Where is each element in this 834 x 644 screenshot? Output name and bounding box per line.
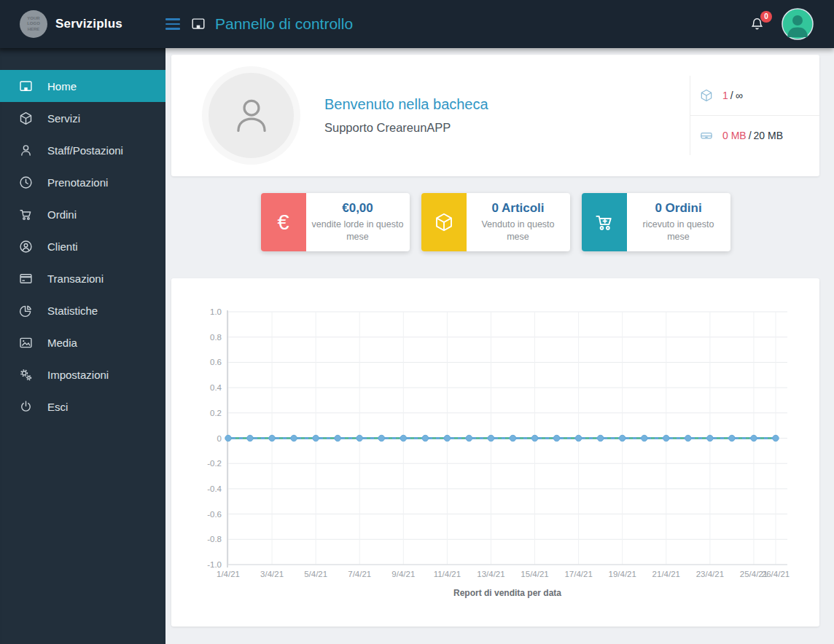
brand-logo-text: YOUR LOGO HERE	[25, 16, 42, 33]
svg-text:-0.2: -0.2	[207, 459, 222, 468]
svg-text:7/4/21: 7/4/21	[348, 570, 371, 578]
sidebar-item-transazioni[interactable]: Transazioni	[0, 262, 165, 294]
svg-text:5/4/21: 5/4/21	[304, 570, 327, 578]
sidebar-item-home[interactable]: Home	[0, 70, 165, 102]
sidebar-item-clienti[interactable]: Clienti	[0, 230, 165, 262]
page-title: Pannello di controllo	[215, 15, 353, 33]
stat-card-articles: 0 Articoli Venduto in questo mese	[421, 193, 570, 251]
gears-icon	[17, 366, 34, 382]
cube-icon-block	[421, 193, 467, 251]
person-circle-icon	[17, 238, 34, 254]
stat-orders-caption: ricevuto in questo mese	[633, 219, 725, 243]
notification-badge: 0	[760, 11, 772, 23]
sidebar-item-label: Esci	[47, 401, 68, 413]
svg-text:17/4/21: 17/4/21	[564, 570, 592, 578]
svg-text:-1.0: -1.0	[207, 560, 222, 569]
sidebar-item-label: Staff/Postazioni	[47, 144, 123, 157]
sidebar: Home Servizi Staff/Postazioni Prenotazio…	[0, 48, 165, 644]
svg-text:13/4/21: 13/4/21	[477, 570, 504, 578]
user-avatar-icon	[782, 8, 814, 40]
stat-orders-value: 0 Ordini	[655, 201, 701, 216]
cart-icon	[17, 206, 34, 222]
cube-icon	[433, 211, 455, 233]
svg-text:1/4/21: 1/4/21	[217, 570, 240, 578]
cart-plus-icon-block	[582, 193, 627, 251]
svg-text:0.6: 0.6	[210, 358, 222, 366]
svg-text:0.4: 0.4	[210, 383, 222, 392]
svg-text:23/4/21: 23/4/21	[696, 570, 724, 578]
svg-text:Report di vendita per data: Report di vendita per data	[453, 588, 561, 598]
euro-icon: €	[277, 211, 289, 235]
sidebar-item-prenotazioni[interactable]: Prenotazioni	[0, 166, 165, 198]
main-content: Benvenuto nella bacheca Supporto Creareu…	[165, 48, 834, 644]
stat-cards-row: € €0,00 vendite lorde in questo mese 0 A…	[171, 193, 819, 251]
svg-text:-0.4: -0.4	[207, 484, 222, 493]
stat-sales-value: €0,00	[342, 201, 373, 216]
svg-text:21/4/21: 21/4/21	[652, 570, 680, 578]
sidebar-item-label: Home	[47, 80, 77, 93]
sidebar-item-label: Impostazioni	[47, 369, 109, 381]
image-icon	[17, 334, 34, 350]
svg-text:26/4/21: 26/4/21	[762, 570, 790, 578]
welcome-text: Benvenuto nella bacheca Supporto Creareu…	[324, 96, 690, 135]
stat-card-orders: 0 Ordini ricevuto in questo mese	[582, 193, 730, 251]
person-icon	[17, 142, 34, 158]
stat-articles-value: 0 Articoli	[491, 201, 544, 216]
brand: YOUR LOGO HERE Serviziplus	[0, 0, 165, 48]
welcome-subtitle: Supporto CreareunAPP	[324, 121, 690, 135]
welcome-card: Benvenuto nella bacheca Supporto Creareu…	[171, 55, 819, 176]
sidebar-item-ordini[interactable]: Ordini	[0, 198, 165, 230]
header-main: Pannello di controllo	[165, 15, 749, 33]
svg-text:3/4/21: 3/4/21	[260, 570, 284, 578]
sidebar-item-statistiche[interactable]: Statistiche	[0, 294, 165, 326]
svg-text:0: 0	[217, 434, 222, 443]
menu-toggle-icon[interactable]	[165, 18, 180, 30]
profile-avatar	[202, 66, 300, 165]
notifications-button[interactable]: 0	[749, 16, 765, 33]
profile-avatar-placeholder-icon	[208, 73, 294, 158]
sidebar-item-servizi[interactable]: Servizi	[0, 102, 165, 134]
header-right: 0	[749, 8, 834, 40]
cube-icon	[699, 88, 714, 103]
brand-logo: YOUR LOGO HERE	[20, 10, 47, 38]
svg-text:-0.6: -0.6	[207, 510, 222, 519]
sales-report-card: -1.0-0.8-0.6-0.4-0.200.20.40.60.81.01/4/…	[171, 278, 819, 627]
power-icon	[17, 398, 34, 415]
top-header: YOUR LOGO HERE Serviziplus Pannello di c…	[0, 0, 834, 48]
stat-card-sales: € €0,00 vendite lorde in questo mese	[261, 193, 410, 251]
sidebar-item-label: Prenotazioni	[47, 176, 108, 189]
usage-storage-value: 0 MB/20 MB	[722, 130, 783, 141]
sidebar-item-staff-postazioni[interactable]: Staff/Postazioni	[0, 134, 165, 166]
cube-icon	[17, 110, 34, 126]
cart-plus-icon	[593, 211, 615, 233]
sidebar-item-esci[interactable]: Esci	[0, 390, 165, 423]
svg-text:15/4/21: 15/4/21	[521, 570, 548, 578]
pie-chart-icon	[17, 302, 34, 318]
sidebar-item-label: Clienti	[47, 240, 78, 253]
sidebar-item-label: Transazioni	[47, 272, 104, 285]
stat-sales-caption: vendite lorde in questo mese	[312, 219, 404, 243]
user-avatar[interactable]	[782, 8, 814, 40]
svg-text:0.8: 0.8	[210, 333, 222, 342]
sidebar-item-impostazioni[interactable]: Impostazioni	[0, 358, 165, 390]
drive-icon	[699, 128, 714, 143]
dashboard-icon	[190, 16, 206, 32]
brand-name: Serviziplus	[55, 17, 122, 31]
sales-chart-canvas[interactable]: -1.0-0.8-0.6-0.4-0.200.20.40.60.81.01/4/…	[171, 278, 819, 627]
usage-services-value: 1/∞	[722, 90, 743, 101]
sidebar-item-label: Media	[47, 337, 77, 349]
usage-panel: 1/∞ 0 MB/20 MB	[690, 76, 819, 155]
svg-text:9/4/21: 9/4/21	[391, 570, 415, 578]
svg-text:19/4/21: 19/4/21	[609, 570, 636, 578]
sidebar-item-media[interactable]: Media	[0, 326, 165, 358]
svg-text:0.2: 0.2	[210, 409, 222, 417]
euro-icon-block: €	[261, 193, 306, 251]
usage-row-storage: 0 MB/20 MB	[690, 115, 819, 155]
svg-text:1.0: 1.0	[210, 307, 222, 316]
stat-articles-caption: Venduto in questo mese	[472, 219, 564, 243]
sidebar-item-label: Ordini	[47, 208, 77, 221]
sidebar-item-label: Statistiche	[47, 305, 98, 317]
sidebar-item-label: Servizi	[47, 112, 80, 125]
clock-icon	[17, 174, 34, 190]
usage-row-services: 1/∞	[690, 76, 819, 115]
